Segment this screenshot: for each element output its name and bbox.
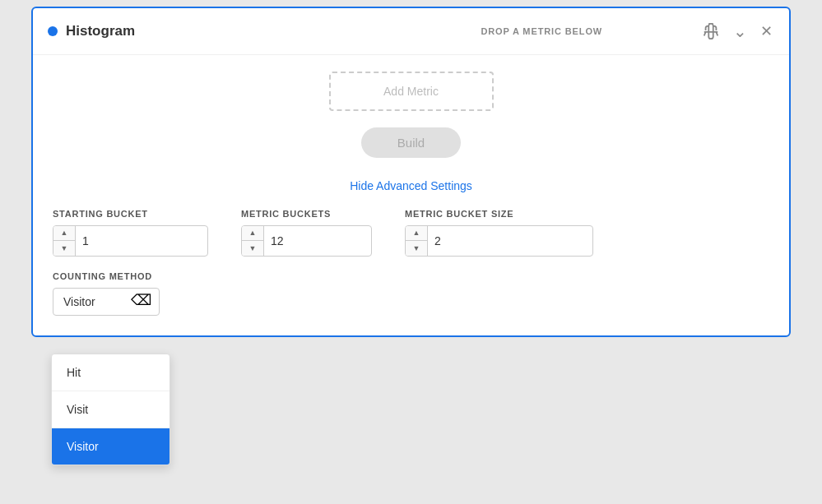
advanced-settings: STARTING BUCKET ▲ ▼ METRIC BUCKETS bbox=[33, 209, 789, 335]
bug-button[interactable] bbox=[700, 21, 722, 42]
add-metric-label: Add Metric bbox=[383, 85, 439, 98]
card-title: Histogram bbox=[66, 23, 383, 39]
metric-buckets-input-wrap: ▲ ▼ bbox=[241, 225, 372, 257]
drop-zone-row: Add Metric bbox=[33, 55, 789, 119]
header-icons: ⌄ ✕ bbox=[700, 20, 774, 43]
histogram-card: Histogram DROP A METRIC BELOW ⌄ ✕ Add Me bbox=[31, 7, 791, 337]
counting-method-row: COUNTING METHOD Visitor ⌫ bbox=[53, 271, 769, 316]
metric-bucket-size-down[interactable]: ▼ bbox=[406, 241, 427, 256]
hide-advanced-link[interactable]: Hide Advanced Settings bbox=[350, 179, 472, 192]
metric-bucket-size-input-wrap: ▲ ▼ bbox=[405, 225, 593, 257]
counting-method-select-wrap: Visitor ⌫ bbox=[53, 288, 160, 316]
drop-zone[interactable]: Add Metric bbox=[329, 72, 494, 111]
close-icon: ✕ bbox=[760, 22, 773, 40]
metric-buckets-down[interactable]: ▼ bbox=[242, 241, 263, 256]
starting-bucket-up[interactable]: ▲ bbox=[53, 226, 75, 241]
metric-bucket-size-label: METRIC BUCKET SIZE bbox=[405, 209, 593, 219]
counting-method-value: Visitor bbox=[63, 295, 95, 308]
dropdown-item-hit[interactable]: Hit bbox=[52, 354, 170, 391]
metric-bucket-size-up[interactable]: ▲ bbox=[406, 226, 427, 241]
collapse-button[interactable]: ⌄ bbox=[731, 20, 749, 43]
starting-bucket-input[interactable] bbox=[76, 231, 207, 251]
build-button[interactable]: Build bbox=[361, 127, 461, 158]
metric-bucket-size-group: METRIC BUCKET SIZE ▲ ▼ bbox=[405, 209, 593, 257]
status-dot bbox=[48, 26, 58, 36]
drop-label: DROP A METRIC BELOW bbox=[383, 26, 701, 36]
dropdown-item-visitor-label: Visitor bbox=[67, 440, 99, 453]
settings-row: STARTING BUCKET ▲ ▼ METRIC BUCKETS bbox=[53, 209, 769, 257]
card-header: Histogram DROP A METRIC BELOW ⌄ ✕ bbox=[33, 8, 789, 55]
counting-method-select[interactable]: Visitor bbox=[53, 288, 160, 316]
starting-bucket-label: STARTING BUCKET bbox=[53, 209, 208, 219]
starting-bucket-spinners: ▲ ▼ bbox=[53, 226, 76, 256]
metric-buckets-input[interactable] bbox=[264, 231, 371, 251]
close-button[interactable]: ✕ bbox=[759, 21, 774, 42]
metric-buckets-up[interactable]: ▲ bbox=[242, 226, 263, 241]
dropdown-item-visit[interactable]: Visit bbox=[52, 391, 170, 428]
dropdown-item-visitor[interactable]: Visitor bbox=[52, 428, 170, 465]
starting-bucket-input-wrap: ▲ ▼ bbox=[53, 225, 208, 257]
starting-bucket-down[interactable]: ▼ bbox=[53, 241, 75, 256]
dropdown-item-hit-label: Hit bbox=[67, 366, 81, 379]
metric-bucket-size-input[interactable] bbox=[428, 231, 592, 251]
chevron-down-icon: ⌄ bbox=[733, 21, 747, 41]
dropdown-item-visit-label: Visit bbox=[67, 403, 88, 416]
counting-method-dropdown: Hit Visit Visitor bbox=[51, 354, 170, 465]
hide-advanced-row: Hide Advanced Settings bbox=[33, 171, 789, 209]
bug-icon bbox=[702, 22, 720, 40]
counting-method-label: COUNTING METHOD bbox=[53, 271, 769, 281]
metric-buckets-label: METRIC BUCKETS bbox=[241, 209, 372, 219]
page-wrapper: Histogram DROP A METRIC BELOW ⌄ ✕ Add Me bbox=[0, 0, 822, 504]
metric-buckets-spinners: ▲ ▼ bbox=[242, 226, 264, 256]
metric-bucket-size-spinners: ▲ ▼ bbox=[406, 226, 428, 256]
build-row: Build bbox=[33, 119, 789, 171]
metric-buckets-group: METRIC BUCKETS ▲ ▼ bbox=[241, 209, 372, 257]
starting-bucket-group: STARTING BUCKET ▲ ▼ bbox=[53, 209, 208, 257]
